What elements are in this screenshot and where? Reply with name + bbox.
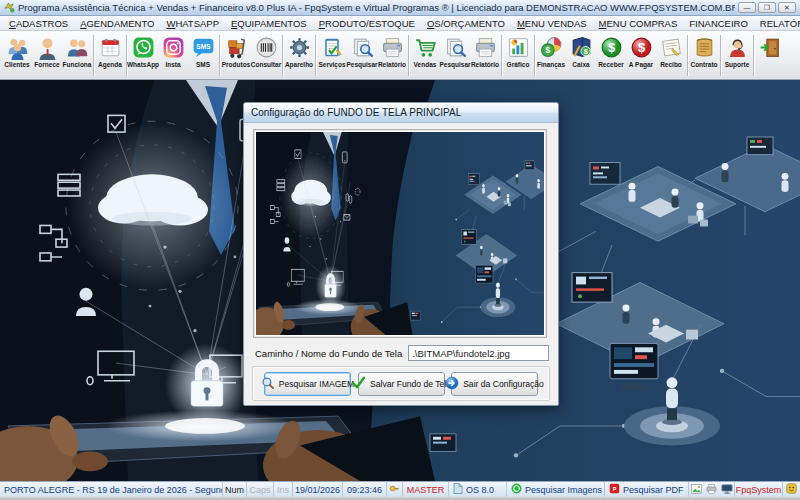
- menu-item-relat-rios[interactable]: RELATÓRIOS: [754, 18, 800, 29]
- toolbar-consultar-label: Consultar: [251, 61, 281, 68]
- status-time: 09:23:46: [343, 482, 387, 497]
- status-os-label: OS 8.0: [466, 485, 494, 495]
- monitor-icon[interactable]: [721, 484, 733, 496]
- toolbar-divider: [753, 35, 754, 76]
- toolbar-servicos-label: Serviços: [318, 61, 345, 68]
- preview-image: [256, 132, 544, 335]
- toolbar-produtos-label: Produtos: [222, 61, 251, 68]
- toolbar-instagram-button[interactable]: Insta: [158, 32, 188, 79]
- toolbar-produtos-button[interactable]: Produtos: [221, 32, 251, 79]
- toolbar-receber-button[interactable]: $Receber: [596, 32, 626, 79]
- toolbar-financas-label: Finanças: [537, 61, 565, 68]
- image-file-icon[interactable]: [691, 484, 702, 496]
- toolbar-recibo-button[interactable]: Recibo: [656, 32, 686, 79]
- toolbar-caixa-button[interactable]: $Caixa: [566, 32, 596, 79]
- menu-item-agendamento[interactable]: AGENDAMENTO: [74, 18, 160, 29]
- toolbar-sms-label: SMS: [196, 61, 210, 68]
- toolbar-grafico-button[interactable]: Gráfico: [503, 32, 533, 79]
- toolbar-divider: [408, 35, 409, 76]
- toolbar-funcionarios-button[interactable]: Funciona: [62, 32, 92, 79]
- toolbar-agenda-button[interactable]: Agenda: [95, 32, 125, 79]
- receipt-icon: [658, 34, 684, 60]
- svg-text:$: $: [607, 40, 615, 55]
- menu-item-whatsapp[interactable]: WHATSAPP: [160, 18, 225, 29]
- toolbar-whatsapp-button[interactable]: WhatsApp: [128, 32, 158, 79]
- window-titlebar: Programa Assistência Técnica + Vendas + …: [0, 0, 800, 16]
- status-search-images-label: Pesquisar Imagens: [525, 485, 602, 495]
- menu-item-cadastros[interactable]: CADASTROS: [3, 18, 74, 29]
- printer-icon[interactable]: [706, 484, 717, 496]
- close-button[interactable]: ✕: [778, 2, 796, 13]
- whatsapp-icon: [130, 34, 156, 60]
- path-label: Caminho / Nome do Fundo de Tela: [255, 348, 402, 359]
- dialog-titlebar[interactable]: Configuração do FUNDO DE TELA PRINCIPAL: [244, 103, 558, 123]
- status-tools: [689, 482, 735, 497]
- status-keys: [387, 482, 403, 497]
- toolbar-divider: [126, 35, 127, 76]
- sms-icon: SMS: [190, 34, 216, 60]
- toolbar-vendas-label: Vendas: [414, 61, 437, 68]
- products-cart-icon: [223, 34, 249, 60]
- toolbar-aparelho-button[interactable]: Aparelho: [284, 32, 314, 79]
- arrow-circle-icon: [445, 376, 459, 392]
- buttons-groupbox: Pesquisar IMAGEM Salvar Fundo de Tela Sa…: [252, 366, 550, 401]
- toolbar-instagram-label: Insta: [165, 61, 180, 68]
- restore-button[interactable]: ❐: [758, 2, 776, 13]
- toolbar-financas-button[interactable]: $Finanças: [536, 32, 566, 79]
- menu-item-menu-compras[interactable]: MENU COMPRAS: [593, 18, 684, 29]
- dollar-green-icon: $: [598, 34, 624, 60]
- menu-item-menu-vendas[interactable]: MENU VENDAS: [511, 18, 593, 29]
- exit-config-button[interactable]: Sair da Configuração: [451, 372, 538, 396]
- toolbar-pesquisar-vendas-button[interactable]: Pesquisar: [440, 32, 470, 79]
- dialog-title: Configuração do FUNDO DE TELA PRINCIPAL: [251, 107, 461, 118]
- menu-item-equipamentos[interactable]: EQUIPAMENTOS: [225, 18, 313, 29]
- toolbar: ClientesForneceFuncionaAgendaWhatsAppIns…: [0, 31, 800, 80]
- search-image-button[interactable]: Pesquisar IMAGEM: [264, 372, 351, 396]
- support-icon: [724, 34, 750, 60]
- toolbar-sair-button[interactable]: [755, 32, 785, 79]
- toolbar-consultar-button[interactable]: Consultar: [251, 32, 281, 79]
- toolbar-servicos-button[interactable]: Serviços: [317, 32, 347, 79]
- search-image-label: Pesquisar IMAGEM: [279, 379, 354, 389]
- status-location: PORTO ALEGRE - RS 19 de Janeiro de 2026 …: [0, 482, 223, 497]
- path-input[interactable]: [408, 345, 549, 361]
- toolbar-divider: [687, 35, 688, 76]
- barcode-icon: [253, 34, 279, 60]
- toolbar-relatorio-vendas-label: Relatório: [471, 61, 499, 68]
- menubar: CADASTROSAGENDAMENTOWHATSAPPEQUIPAMENTOS…: [0, 16, 800, 31]
- toolbar-contrato-button[interactable]: Contrato: [689, 32, 719, 79]
- app-window: Programa Assistência Técnica + Vendas + …: [0, 0, 800, 500]
- config-dialog: Configuração do FUNDO DE TELA PRINCIPAL …: [243, 102, 559, 406]
- supplier-icon: [34, 34, 60, 60]
- toolbar-sms-button[interactable]: SMSSMS: [188, 32, 218, 79]
- toolbar-relatorio-os-button[interactable]: Relatório: [377, 32, 407, 79]
- toolbar-a-pagar-button[interactable]: $A Pagar: [626, 32, 656, 79]
- save-background-button[interactable]: Salvar Fundo de Tela: [358, 372, 445, 396]
- status-search-pdf-label: Pesquisar PDF: [623, 485, 684, 495]
- toolbar-funcionarios-label: Funciona: [63, 61, 92, 68]
- status-os-version: OS 8.0: [449, 482, 507, 497]
- status-search-images[interactable]: Pesquisar Imagens: [507, 482, 605, 497]
- toolbar-suporte-button[interactable]: Suporte: [722, 32, 752, 79]
- toolbar-pesquisar-vendas-label: Pesquisar: [439, 61, 470, 68]
- svg-text:SMS: SMS: [196, 42, 211, 49]
- menu-item-produto-estoque[interactable]: PRODUTO/ESTOQUE: [313, 18, 421, 29]
- status-search-pdf[interactable]: P Pesquisar PDF: [605, 482, 689, 497]
- toolbar-vendas-button[interactable]: Vendas: [410, 32, 440, 79]
- toolbar-relatorio-vendas-button[interactable]: Relatório: [470, 32, 500, 79]
- menu-item-financeiro[interactable]: FINANCEIRO: [683, 18, 754, 29]
- contract-icon: [691, 34, 717, 60]
- toolbar-pesquisar-os-button[interactable]: Pesquisar: [347, 32, 377, 79]
- finance-pie-icon: $: [538, 34, 564, 60]
- bar-chart-icon: [505, 34, 531, 60]
- toolbar-clientes-button[interactable]: Clientes: [2, 32, 32, 79]
- report-printer-icon: [379, 34, 405, 60]
- menu-item-os-or-amento[interactable]: OS/ORÇAMENTO: [421, 18, 511, 29]
- check-icon: [351, 376, 366, 391]
- status-date: 19/01/2026: [293, 482, 343, 497]
- search-doc-icon: [349, 34, 375, 60]
- instagram-icon: [160, 34, 186, 60]
- whatsapp-mini-icon: [511, 483, 522, 496]
- toolbar-fornecedores-button[interactable]: Fornece: [32, 32, 62, 79]
- minimize-button[interactable]: —: [738, 2, 756, 13]
